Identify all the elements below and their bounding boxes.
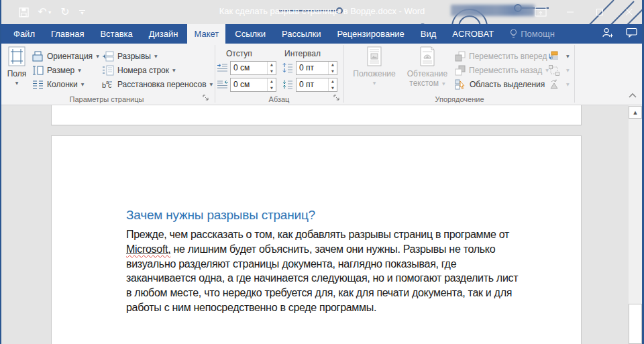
indent-right-icon <box>217 80 228 89</box>
quick-access-toolbar: ↶ ▼ ↻ ▼ <box>15 0 85 24</box>
word-window: Как сделать разрыв страницы в Ворде.docx… <box>0 0 644 344</box>
hyphenation-label: Расстановка переносов <box>117 80 207 89</box>
arrange-group-label: Упорядочение <box>345 95 574 103</box>
spacing-before-input[interactable]: 0 пт ▲▼ <box>296 61 337 75</box>
document-page[interactable]: Зачем нужны разрывы страниц? Прежде, чем… <box>51 135 582 344</box>
position-icon <box>366 46 383 66</box>
save-button[interactable] <box>15 3 32 21</box>
tab-file[interactable]: Файл <box>7 24 42 44</box>
paragraph-group-label: Абзац <box>216 95 342 103</box>
comments-button[interactable] <box>626 27 637 40</box>
spin-up-icon[interactable]: ▲ <box>268 78 276 85</box>
vertical-scrollbar[interactable]: ▲ <box>629 105 642 344</box>
spacing-label: Интервал <box>284 49 321 58</box>
selection-pane-icon <box>455 79 466 90</box>
save-icon <box>19 7 29 17</box>
indent-right-spinner[interactable]: ▲▼ <box>267 78 276 91</box>
window-controls <box>526 0 644 24</box>
spacing-after-input[interactable]: 0 пт ▲▼ <box>296 78 337 92</box>
spacing-after-value: 0 пт <box>297 78 328 91</box>
rotate-objects-button <box>549 77 570 92</box>
body-line: работы с ним непосредственно в среде про… <box>126 300 518 315</box>
spin-up-icon[interactable]: ▲ <box>329 78 337 85</box>
maximize-button[interactable] <box>585 0 614 24</box>
hyphenation-icon: b c a <box>102 79 114 90</box>
collapse-ribbon-button[interactable] <box>628 89 637 101</box>
selection-pane-label: Область выделения <box>470 80 545 89</box>
scrollbar-thumb[interactable] <box>629 304 642 344</box>
document-heading: Зачем нужны разрывы страниц? <box>126 208 315 223</box>
undo-button[interactable]: ↶ ▼ <box>36 3 54 21</box>
columns-button[interactable]: Колонки <box>32 77 84 92</box>
group-separator <box>343 45 344 103</box>
columns-label: Колонки <box>47 80 78 89</box>
ribbon-display-options-button[interactable] <box>526 0 555 24</box>
breaks-button[interactable]: Разрывы <box>102 49 158 64</box>
tab-mailings[interactable]: Рассылки <box>275 24 327 44</box>
breaks-label: Разрывы <box>117 52 151 61</box>
spin-up-icon[interactable]: ▲ <box>268 62 276 68</box>
spacing-before-spinner[interactable]: ▲▼ <box>328 62 337 74</box>
indent-left-input[interactable]: 0 см ▲▼ <box>230 61 276 75</box>
tell-me-helper[interactable]: Помощн <box>503 24 561 44</box>
indent-left-spinner[interactable]: ▲▼ <box>267 62 276 74</box>
tab-home[interactable]: Главная <box>44 24 91 44</box>
tab-insert[interactable]: Вставка <box>93 24 139 44</box>
close-button[interactable] <box>614 0 644 24</box>
margins-button[interactable]: Поля ▼ <box>3 46 30 103</box>
dropdown-arrow-icon: ▼ <box>15 80 19 85</box>
spin-up-icon[interactable]: ▲ <box>329 62 337 68</box>
line-numbers-icon <box>102 65 114 76</box>
group-separator <box>574 45 575 103</box>
scroll-up-button[interactable]: ▲ <box>629 106 642 119</box>
customize-qat-button[interactable]: ▼ <box>79 10 85 15</box>
spin-down-icon[interactable]: ▼ <box>268 85 276 92</box>
tab-references[interactable]: Ссылки <box>228 24 272 44</box>
page-setup-dialog-launcher[interactable] <box>201 93 211 103</box>
indent-left-value: 0 см <box>231 62 267 74</box>
tab-view[interactable]: Вид <box>414 24 443 44</box>
spacing-before-icon <box>282 63 293 72</box>
minimize-button[interactable] <box>555 0 585 24</box>
share-button[interactable] <box>602 27 614 41</box>
document-body: Прежде, чем рассказать о том, как добавл… <box>126 227 518 315</box>
tab-design[interactable]: Дизайн <box>142 24 185 44</box>
hyphenation-button[interactable]: b c a Расстановка переносов <box>102 77 213 92</box>
tabrow-right-icons <box>602 24 637 44</box>
spacing-after-spinner[interactable]: ▲▼ <box>328 78 337 91</box>
titlebar: Как сделать разрыв страницы в Ворде.docx… <box>0 0 644 24</box>
maximize-icon <box>596 8 604 16</box>
spin-down-icon[interactable]: ▼ <box>268 68 276 75</box>
bring-forward-icon <box>455 51 466 62</box>
indent-left-icon <box>217 63 228 72</box>
body-line: в любом месте, что нередко требуется для… <box>126 286 518 300</box>
align-button[interactable] <box>549 49 570 64</box>
tab-review[interactable]: Рецензирование <box>330 24 411 44</box>
size-button[interactable]: Размер <box>32 63 81 78</box>
tab-acrobat[interactable]: ACROBAT <box>445 24 500 44</box>
rotate-objects-icon <box>549 79 559 90</box>
redo-button[interactable]: ↻ <box>56 3 74 21</box>
page-size-icon <box>32 65 44 76</box>
undo-icon: ↶ <box>38 7 46 17</box>
orientation-label: Ориентация <box>47 52 93 61</box>
spin-down-icon[interactable]: ▼ <box>329 85 337 92</box>
undo-dropdown-icon: ▼ <box>48 10 52 15</box>
line-numbers-button[interactable]: Номера строк <box>102 63 176 78</box>
redacted-account-name <box>451 5 535 16</box>
document-area: Зачем нужны разрывы страниц? Прежде, чем… <box>0 105 644 344</box>
body-line: заканчивается одна, а где начинается сле… <box>126 271 518 286</box>
triangle-up-icon: ▲ <box>633 110 637 115</box>
tab-layout[interactable]: Макет <box>187 24 225 44</box>
wrap-text-label-line1: Обтекание <box>407 69 447 78</box>
tell-me-label: Помощн <box>521 29 555 39</box>
breaks-icon <box>102 51 114 62</box>
spacing-before-value: 0 пт <box>297 62 328 74</box>
paragraph-dialog-launcher[interactable] <box>332 93 341 103</box>
orientation-button[interactable]: Ориентация <box>32 49 99 64</box>
selection-pane-button[interactable]: Область выделения <box>455 77 545 92</box>
line-numbers-label: Номера строк <box>117 66 169 75</box>
bring-forward-label: Переместить вперед <box>469 52 547 61</box>
spin-down-icon[interactable]: ▼ <box>329 68 337 75</box>
indent-right-input[interactable]: 0 см ▲▼ <box>230 78 276 92</box>
